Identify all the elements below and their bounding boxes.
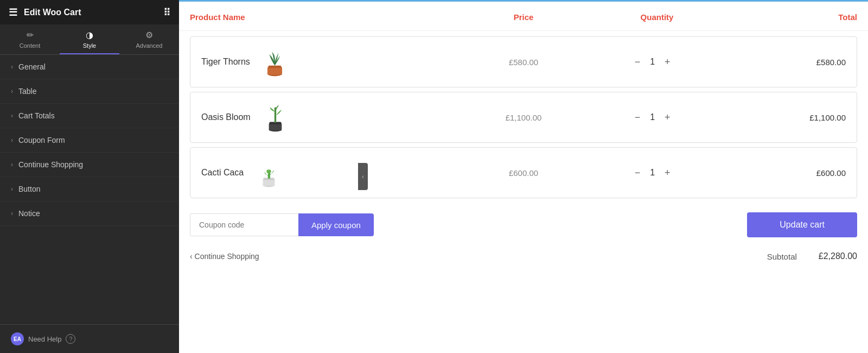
cart-actions: Apply coupon Update cart xyxy=(179,204,868,246)
chevron-right-icon: › xyxy=(11,136,13,144)
update-cart-button[interactable]: Update cart xyxy=(747,212,857,237)
chevron-right-icon: › xyxy=(11,87,13,95)
ea-badge: EA xyxy=(11,332,24,345)
advanced-icon: ⚙ xyxy=(145,30,153,40)
sidebar-item-notice[interactable]: › Notice xyxy=(0,201,179,226)
content-icon: ✏ xyxy=(27,30,34,40)
product-image-3 xyxy=(252,156,285,189)
continue-shopping-link[interactable]: ‹ Continue Shopping xyxy=(190,252,259,261)
sidebar-title: Edit Woo Cart xyxy=(24,8,81,17)
sidebar-item-coupon-form[interactable]: › Coupon Form xyxy=(0,128,179,153)
sidebar-item-general[interactable]: › General xyxy=(0,55,179,79)
col-header-quantity: Quantity xyxy=(590,12,724,22)
help-icon: ? xyxy=(66,334,75,344)
sidebar-item-button[interactable]: › Button xyxy=(0,177,179,201)
chevron-right-icon: › xyxy=(11,185,13,193)
cart-rows: Tiger Thorns £580.00 − 1 + xyxy=(179,31,868,204)
product-image-1 xyxy=(259,46,291,78)
grid-icon[interactable]: ⠿ xyxy=(163,7,170,18)
table-row: Oasis Bloom £1,100.00 xyxy=(190,92,857,143)
coupon-input[interactable] xyxy=(190,213,298,236)
main-content: Product Name Price Quantity Total Tiger … xyxy=(179,0,868,353)
qty-decrease-3[interactable]: − xyxy=(633,167,643,179)
col-header-price: Price xyxy=(457,12,590,22)
chevron-right-icon: › xyxy=(11,63,13,71)
qty-value-1: 1 xyxy=(650,57,655,67)
qty-cell-2: − 1 + xyxy=(588,111,717,123)
product-image-2 xyxy=(259,101,292,134)
tab-content[interactable]: ✏ Content xyxy=(0,24,60,54)
product-cell-1: Tiger Thorns xyxy=(201,46,459,78)
qty-value-3: 1 xyxy=(650,168,655,178)
col-header-total: Total xyxy=(724,12,857,22)
collapse-handle[interactable]: ‹ xyxy=(358,163,368,190)
qty-value-2: 1 xyxy=(650,112,655,122)
qty-increase-3[interactable]: + xyxy=(662,167,673,179)
hamburger-icon[interactable]: ☰ xyxy=(9,7,17,18)
product-cell-2: Oasis Bloom xyxy=(201,101,459,134)
qty-cell-3: − 1 + xyxy=(588,167,717,179)
subtotal-label: Subtotal xyxy=(767,252,797,261)
qty-increase-2[interactable]: + xyxy=(662,111,673,123)
sidebar-tabs: ✏ Content ◑ Style ⚙ Advanced xyxy=(0,24,179,55)
sidebar-item-table[interactable]: › Table xyxy=(0,79,179,104)
price-cell-1: £580.00 xyxy=(459,58,588,67)
qty-decrease-2[interactable]: − xyxy=(633,111,643,123)
product-name-3: Cacti Caca xyxy=(201,168,244,178)
cart-table-header: Product Name Price Quantity Total xyxy=(179,2,868,31)
product-name-2: Oasis Bloom xyxy=(201,112,251,122)
qty-increase-1[interactable]: + xyxy=(662,56,673,68)
price-cell-3: £600.00 xyxy=(459,168,588,178)
tab-style[interactable]: ◑ Style xyxy=(60,24,119,54)
sidebar-footer[interactable]: EA Need Help ? xyxy=(0,324,179,353)
sidebar-nav: › General › Table › Cart Totals › Coupon… xyxy=(0,55,179,324)
product-cell-3: Cacti Caca xyxy=(201,156,459,189)
qty-decrease-1[interactable]: − xyxy=(633,56,643,68)
subtotal-value: £2,280.00 xyxy=(819,251,857,261)
price-cell-2: £1,100.00 xyxy=(459,113,588,122)
coupon-section: Apply coupon xyxy=(190,213,374,236)
chevron-right-icon: › xyxy=(11,161,13,168)
sidebar-item-continue-shopping[interactable]: › Continue Shopping xyxy=(0,153,179,177)
total-cell-1: £580.00 xyxy=(717,58,846,67)
tab-advanced[interactable]: ⚙ Advanced xyxy=(119,24,179,54)
sidebar: ☰ Edit Woo Cart ⠿ ✏ Content ◑ Style ⚙ Ad… xyxy=(0,0,179,353)
col-header-product-name: Product Name xyxy=(190,12,457,22)
chevron-right-icon: › xyxy=(11,210,13,217)
table-row: Cacti Caca £600.00 xyxy=(190,147,857,198)
svg-rect-2 xyxy=(269,65,282,67)
product-name-1: Tiger Thorns xyxy=(201,57,250,67)
qty-cell-1: − 1 + xyxy=(588,56,717,68)
subtotal-section: Subtotal £2,280.00 xyxy=(767,251,857,261)
need-help-label: Need Help xyxy=(28,335,61,343)
total-cell-2: £1,100.00 xyxy=(717,113,846,122)
cart-bottom: ‹ Continue Shopping Subtotal £2,280.00 xyxy=(179,246,868,267)
style-icon: ◑ xyxy=(86,30,93,40)
total-cell-3: £600.00 xyxy=(717,168,846,178)
table-row: Tiger Thorns £580.00 − 1 + xyxy=(190,36,857,87)
sidebar-item-cart-totals[interactable]: › Cart Totals xyxy=(0,104,179,128)
sidebar-header: ☰ Edit Woo Cart ⠿ xyxy=(0,0,179,24)
svg-point-11 xyxy=(266,169,271,173)
chevron-right-icon: › xyxy=(11,112,13,119)
apply-coupon-button[interactable]: Apply coupon xyxy=(298,213,374,236)
